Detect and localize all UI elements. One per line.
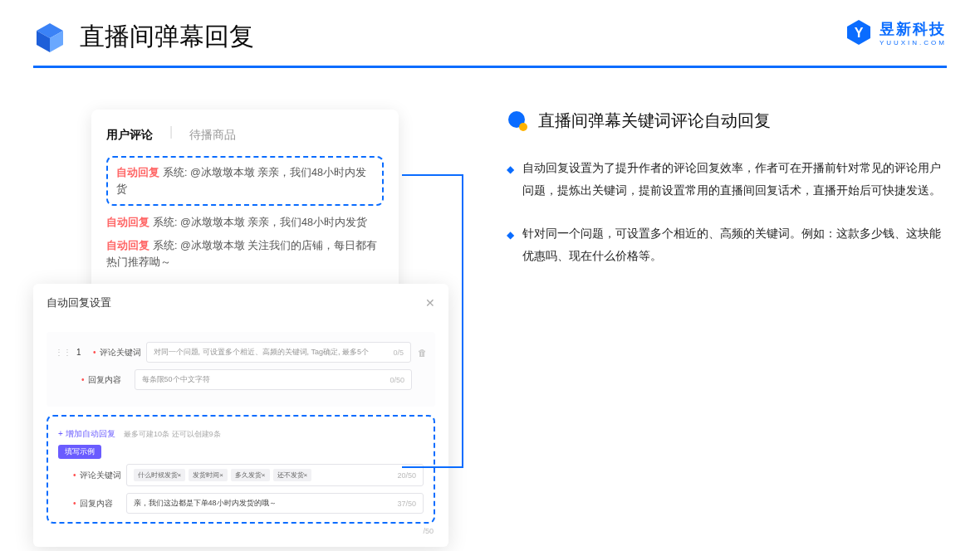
keyword-label: 评论关键词: [100, 347, 146, 358]
keyword-input[interactable]: 对同一个问题, 可设置多个相近、高频的关键词, Tag确定, 最多5个0/5: [146, 342, 411, 363]
section-title: 直播间弹幕关键词评论自动回复: [538, 110, 771, 132]
chip[interactable]: 多久发货×: [231, 469, 270, 481]
message-text: 系统: @冰墩墩本墩 亲亲，我们48小时内发货: [153, 217, 367, 228]
chip[interactable]: 什么时候发货×: [134, 469, 186, 481]
required-marker: •: [73, 499, 76, 508]
cube-icon: [33, 21, 66, 54]
add-auto-reply-link[interactable]: + 增加自动回复: [58, 429, 115, 438]
auto-reply-tag: 自动回复: [106, 240, 149, 251]
comments-card: 用户评论 | 待播商品 自动回复系统: @冰墩墩本墩 亲亲，我们48小时内发货 …: [91, 110, 399, 299]
extra-count: /50: [47, 524, 435, 535]
content-label: 回复内容: [88, 374, 135, 386]
brand: Y 昱新科技YUUXIN.COM: [845, 18, 947, 46]
example-section: + 增加自动回复 最多可建10条 还可以创建9条 填写示例 • 评论关键词 什么…: [47, 415, 435, 524]
auto-reply-tag: 自动回复: [106, 217, 149, 228]
required-marker: •: [81, 375, 85, 384]
ex-content-input[interactable]: 亲，我们这边都是下单48小时内发货的哦～37/50: [126, 493, 424, 514]
add-tip: 最多可建10条 还可以创建9条: [124, 430, 221, 438]
brand-sub: YUUXIN.COM: [880, 39, 947, 46]
diamond-icon: ◆: [507, 160, 514, 201]
highlighted-message: 自动回复系统: @冰墩墩本墩 亲亲，我们48小时内发货: [106, 156, 384, 206]
ex-keyword-label: 评论关键词: [80, 470, 126, 481]
diamond-icon: ◆: [507, 226, 514, 266]
brand-logo-icon: Y: [845, 18, 873, 46]
ex-content-label: 回复内容: [80, 498, 126, 510]
bullet-text: 针对同一个问题，可设置多个相近的、高频的关键词。例如：这款多少钱、这块能优惠吗、…: [522, 222, 947, 266]
settings-title: 自动回复设置: [47, 295, 111, 310]
auto-reply-tag: 自动回复: [116, 167, 159, 178]
svg-point-5: [519, 123, 527, 131]
tab-user-comments[interactable]: 用户评论: [106, 124, 153, 146]
tab-pending-goods[interactable]: 待播商品: [189, 124, 236, 146]
chip[interactable]: 发货时间×: [189, 469, 228, 481]
content-input[interactable]: 每条限50个中文字符0/50: [135, 369, 412, 390]
connector-line: [402, 174, 463, 468]
tab-separator: |: [169, 124, 173, 146]
page-title: 直播间弹幕回复: [80, 20, 254, 54]
drag-handle-icon[interactable]: ⋮⋮: [55, 348, 71, 357]
required-marker: •: [93, 348, 96, 357]
brand-name: 昱新科技: [880, 19, 947, 39]
row-index: 1: [76, 348, 93, 357]
bullet-text: 自动回复设置为了提升作者的评论回复效率，作者可在开播前针对常见的评论用户问题，提…: [522, 157, 947, 201]
bubble-icon: [507, 110, 528, 132]
chip[interactable]: 还不发货×: [273, 469, 312, 481]
svg-text:Y: Y: [855, 26, 864, 40]
ex-keyword-input[interactable]: 什么时候发货× 发货时间× 多久发货× 还不发货× 20/50: [126, 464, 424, 486]
example-badge: 填写示例: [58, 445, 101, 459]
settings-card: 自动回复设置 ✕ ⋮⋮ 1 • 评论关键词 对同一个问题, 可设置多个相近、高频…: [33, 284, 448, 547]
required-marker: •: [73, 471, 76, 480]
